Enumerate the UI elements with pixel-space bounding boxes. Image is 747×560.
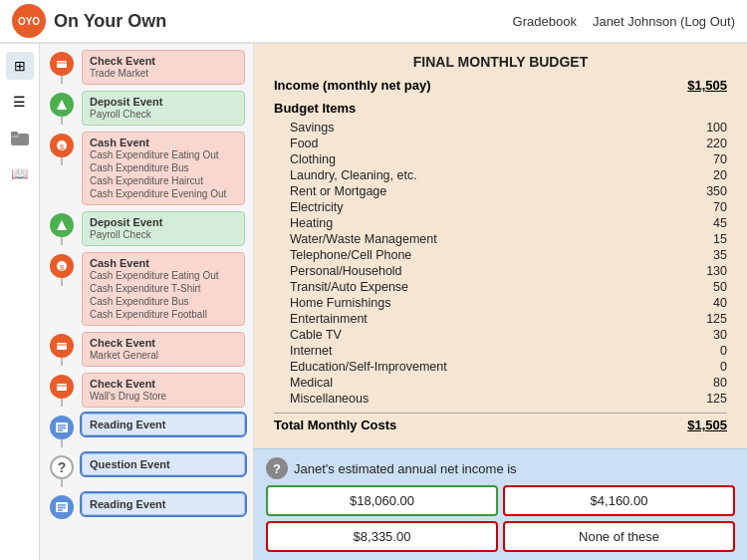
budget-area: FINAL MONTHLY BUDGET Income (monthly net… [254, 44, 747, 448]
budget-row: Telephone/Cell Phone35 [274, 247, 727, 263]
grid-icon[interactable]: ⊞ [6, 52, 34, 80]
question-header: ? Janet's estimated annual net income is [266, 457, 735, 479]
main-layout: ⊞ ☰ 📖 Check EventTrade MarketDeposit Eve… [0, 44, 747, 560]
answer-button[interactable]: None of these [503, 521, 735, 552]
timeline-card[interactable]: Check EventWall's Drug Store [82, 373, 245, 408]
timeline-item: $Cash EventCash Expenditure Eating OutCa… [48, 132, 245, 205]
total-value: $1,505 [687, 418, 727, 432]
timeline-card[interactable]: Deposit EventPayroll Check [82, 91, 245, 126]
budget-row: Laundry, Cleaning, etc.20 [274, 167, 727, 183]
question-text: Janet's estimated annual net income is [294, 461, 517, 476]
book-icon[interactable]: 📖 [6, 159, 34, 187]
event-dot[interactable] [50, 334, 74, 358]
budget-row: Home Furnishings40 [274, 295, 727, 311]
budget-row: Entertainment125 [274, 311, 727, 327]
answer-button[interactable]: $4,160.00 [503, 485, 735, 516]
main-content: FINAL MONTHLY BUDGET Income (monthly net… [254, 44, 747, 560]
event-timeline: Check EventTrade MarketDeposit EventPayr… [40, 44, 254, 560]
event-dot[interactable] [50, 52, 74, 76]
answer-grid: $18,060.00$4,160.00$8,335.00None of thes… [266, 485, 735, 552]
timeline-item: $Cash EventCash Expenditure Eating OutCa… [48, 252, 245, 326]
timeline-item: Deposit EventPayroll Check [48, 211, 245, 246]
timeline-card[interactable]: Cash EventCash Expenditure Eating OutCas… [82, 132, 245, 205]
question-mark-icon: ? [266, 457, 288, 479]
timeline-item: Check EventMarket General [48, 332, 245, 367]
timeline-item: Check EventTrade Market [48, 50, 245, 85]
user-menu[interactable]: Janet Johnson (Log Out) [593, 14, 735, 29]
budget-row: Heating45 [274, 215, 727, 231]
svg-marker-8 [57, 220, 67, 230]
event-dot[interactable] [50, 375, 74, 399]
reading-dot[interactable] [50, 495, 74, 519]
question-dot[interactable]: ? [50, 455, 74, 479]
timeline-item: Reading Event [48, 493, 245, 519]
budget-income-row: Income (monthly net pay) $1,505 [274, 78, 727, 93]
timeline-item: Deposit EventPayroll Check [48, 91, 245, 126]
event-dot[interactable]: $ [50, 134, 74, 157]
timeline-card[interactable]: Check EventMarket General [82, 332, 245, 367]
app-logo: OYO [12, 4, 46, 38]
budget-row: Miscellaneous125 [274, 391, 727, 407]
svg-marker-5 [57, 100, 67, 110]
sidebar-icons: ⊞ ☰ 📖 [0, 44, 40, 560]
list-icon[interactable]: ☰ [6, 88, 34, 116]
income-value: $1,505 [687, 78, 727, 93]
budget-row: Transit/Auto Expense50 [274, 279, 727, 295]
timeline-card[interactable]: Deposit EventPayroll Check [82, 211, 245, 246]
svg-text:$: $ [60, 263, 65, 272]
timeline-card[interactable]: Question Event [82, 453, 245, 475]
timeline-card[interactable]: Reading Event [82, 414, 245, 435]
event-dot[interactable]: $ [50, 254, 74, 278]
budget-title: FINAL MONTHLY BUDGET [274, 54, 727, 70]
budget-row: Savings100 [274, 120, 727, 136]
income-label: Income (monthly net pay) [274, 78, 430, 93]
timeline-item: Reading Event [48, 414, 245, 447]
total-label: Total Monthly Costs [274, 418, 396, 432]
timeline-card[interactable]: Check EventTrade Market [82, 50, 245, 85]
budget-row: Medical80 [274, 375, 727, 391]
budget-row: Water/Waste Management15 [274, 231, 727, 247]
svg-text:$: $ [60, 142, 65, 151]
deposit-dot[interactable] [50, 213, 74, 237]
answer-button[interactable]: $18,060.00 [266, 485, 498, 516]
app-header: OYO On Your Own Gradebook Janet Johnson … [0, 0, 747, 44]
budget-row: Personal/Household130 [274, 263, 727, 279]
timeline-card[interactable]: Cash EventCash Expenditure Eating OutCas… [82, 252, 245, 326]
question-panel: ? Janet's estimated annual net income is… [254, 448, 747, 560]
budget-section-title: Budget Items [274, 101, 727, 116]
svg-rect-2 [11, 132, 18, 136]
budget-total-row: Total Monthly Costs $1,505 [274, 413, 727, 432]
timeline-item: ?Question Event [48, 453, 245, 487]
reading-dot[interactable] [50, 416, 74, 439]
budget-row: Food220 [274, 136, 727, 151]
gradebook-link[interactable]: Gradebook [513, 14, 577, 29]
deposit-dot[interactable] [50, 93, 74, 117]
header-nav: Gradebook Janet Johnson (Log Out) [513, 14, 735, 29]
budget-row: Electricity70 [274, 199, 727, 215]
budget-row: Clothing70 [274, 151, 727, 167]
budget-row: Cable TV30 [274, 327, 727, 343]
timeline-card[interactable]: Reading Event [82, 493, 245, 515]
svg-rect-11 [57, 343, 67, 350]
svg-rect-13 [57, 384, 67, 391]
budget-items: Savings100Food220Clothing70Laundry, Clea… [274, 120, 727, 407]
budget-row: Internet0 [274, 343, 727, 359]
svg-rect-3 [57, 61, 67, 68]
timeline-item: Check EventWall's Drug Store [48, 373, 245, 408]
folder-icon[interactable] [6, 124, 34, 151]
budget-row: Rent or Mortgage350 [274, 183, 727, 199]
answer-button[interactable]: $8,335.00 [266, 521, 498, 552]
app-title: On Your Own [54, 11, 513, 32]
budget-row: Education/Self-Improvement0 [274, 359, 727, 375]
